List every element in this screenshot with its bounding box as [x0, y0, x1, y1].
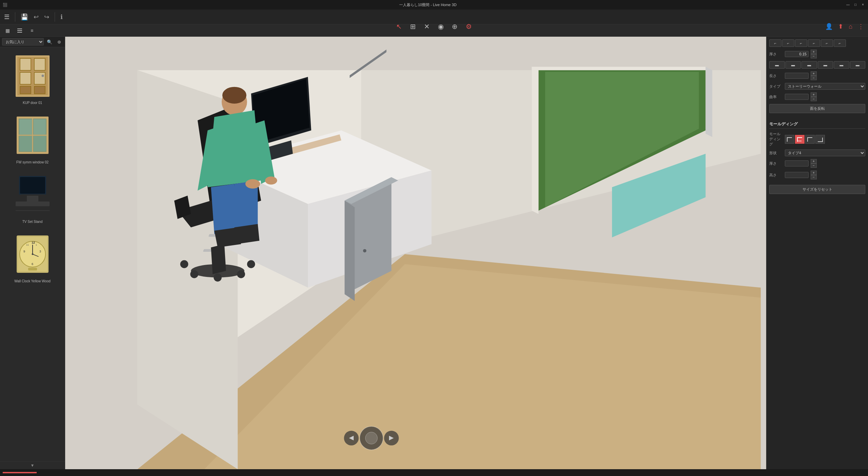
svg-rect-7 [20, 72, 31, 84]
select-tool-btn[interactable]: ↖ [396, 22, 402, 31]
thickness-icon-2[interactable]: ▬ [786, 61, 801, 69]
svg-rect-8 [34, 72, 45, 84]
curve-label: 曲率 [769, 94, 783, 100]
scroll-down-btn[interactable]: ▼ [0, 461, 65, 469]
thickness-icons: ▬ ▬ ▬ ▬ ▬ ▬ [769, 61, 865, 69]
svg-point-70 [190, 270, 198, 278]
svg-point-87 [344, 431, 358, 445]
floor-plan-btn[interactable]: ▦ [3, 26, 12, 35]
curve-input[interactable] [785, 94, 809, 100]
svg-text:11: 11 [26, 244, 29, 246]
shape-row: 形状 タイプ4 [769, 149, 865, 156]
height2-decrement[interactable]: − [811, 163, 817, 168]
viewport-3d[interactable]: ◀ ▶ [65, 37, 766, 469]
camera-tool-btn[interactable]: ⊕ [452, 22, 458, 31]
thickness-decrement[interactable]: − [811, 54, 817, 58]
svg-marker-40 [137, 254, 761, 469]
svg-marker-43 [362, 70, 761, 254]
thickness-icon-1[interactable]: ▬ [769, 61, 785, 69]
item-fw-window[interactable]: FW symm window 02 [3, 109, 62, 166]
info-btn[interactable]: ℹ [60, 13, 63, 21]
wall-shape-4[interactable]: ⌐ [808, 39, 820, 47]
svg-marker-79 [198, 127, 218, 191]
svg-marker-84 [234, 224, 259, 244]
moulding-btn-4[interactable] [815, 135, 825, 144]
item-kup-door[interactable]: KUP door 01 [3, 50, 62, 107]
svg-marker-49 [532, 67, 706, 70]
fire-icon[interactable]: ⚙ [466, 22, 472, 31]
svg-rect-18 [19, 136, 32, 151]
thickness-label: 厚さ [769, 52, 783, 57]
svg-point-73 [247, 260, 255, 268]
dimensions-tool-btn[interactable]: ✕ [424, 22, 430, 31]
svg-marker-67 [174, 196, 191, 219]
height3-row: 高さ + − [769, 171, 865, 179]
svg-marker-83 [214, 227, 241, 247]
door-label: KUP door 01 [23, 101, 42, 105]
height3-input[interactable] [785, 172, 809, 178]
moulding-btn-1[interactable] [785, 135, 794, 144]
moulding-icons-row: モールディング [769, 131, 865, 147]
svg-marker-44 [137, 70, 238, 469]
svg-point-76 [222, 89, 247, 116]
wall-shape-2[interactable]: ⌐ [782, 39, 794, 47]
length-increment[interactable]: + [811, 71, 817, 76]
wall-shape-1[interactable]: ⌐ [769, 39, 781, 47]
catalog-btn[interactable] [15, 26, 24, 35]
svg-text:◀: ◀ [349, 434, 354, 441]
svg-rect-56 [203, 249, 214, 252]
save-icon[interactable]: 💾 [21, 13, 28, 21]
item-clock[interactable]: 12 9 3 6 11 1 Wall Clock Yellow Wood [3, 228, 62, 285]
shape-select[interactable]: タイプ4 [785, 149, 865, 156]
height2-input[interactable] [785, 160, 809, 166]
moulding-btn-3[interactable] [805, 135, 815, 144]
curve-row: 曲率 + − [769, 92, 865, 101]
maximize-btn[interactable]: □ [853, 2, 858, 7]
length-input[interactable] [785, 73, 809, 79]
curve-increment[interactable]: + [811, 92, 817, 97]
wall-shape-5[interactable]: ⌐ [821, 39, 833, 47]
height3-increment[interactable]: + [811, 171, 817, 175]
svg-marker-66 [178, 191, 258, 227]
flip-btn[interactable]: 面を反転 [769, 104, 865, 113]
svg-marker-78 [208, 110, 261, 187]
length-stepper: + − [811, 71, 817, 80]
thickness-input[interactable] [785, 51, 809, 57]
reset-size-btn[interactable]: サイズをリセット [769, 185, 865, 194]
filter-btn[interactable]: ⊛ [55, 38, 63, 46]
svg-rect-0 [17, 29, 22, 29]
right-panel-content: ⌐ ⌐ ⌐ ⌐ ⌐ ⌐ 厚さ + − ▬ ▬ ▬ ▬ ▬ ▬ [767, 37, 868, 469]
height3-decrement[interactable]: − [811, 175, 817, 179]
curve-stepper: + − [811, 92, 817, 101]
height2-increment[interactable]: + [811, 159, 817, 163]
wall-shape-3[interactable]: ⌐ [795, 39, 807, 47]
thickness-increment[interactable]: + [811, 50, 817, 54]
more-btn[interactable]: ⋮ [858, 23, 864, 30]
view-tool-btn[interactable]: ◉ [438, 22, 444, 31]
category-dropdown[interactable]: お気に入り 全て 家具 電化製品 [2, 38, 44, 46]
menu-icon[interactable]: ☰ [4, 13, 10, 21]
curve-decrement[interactable]: − [811, 97, 817, 101]
moulding-btn-2[interactable] [795, 135, 805, 144]
length-decrement[interactable]: − [811, 76, 817, 80]
minimize-btn[interactable]: — [846, 2, 850, 7]
thickness-icon-6[interactable]: ▬ [850, 61, 866, 69]
person-btn[interactable]: 👤 [825, 23, 833, 30]
close-btn[interactable]: × [861, 2, 865, 7]
svg-rect-10 [34, 86, 45, 94]
search-btn[interactable]: 🔍 [46, 38, 53, 46]
home-btn[interactable]: ⌂ [849, 23, 852, 30]
redo-btn[interactable]: ↪ [44, 13, 49, 21]
thickness-icon-5[interactable]: ▬ [834, 61, 849, 69]
item-tv-stand[interactable]: TV Set Stand [3, 169, 62, 226]
list-view-btn[interactable]: ≡ [27, 26, 37, 35]
thickness-icon-4[interactable]: ▬ [818, 61, 833, 69]
type-select[interactable]: ストーリーウォール [785, 83, 865, 90]
thickness-icon-3[interactable]: ▬ [801, 61, 817, 69]
objects-tool-btn[interactable]: ⊞ [410, 22, 416, 31]
svg-marker-57 [345, 177, 391, 295]
share-btn[interactable]: ⬆ [838, 23, 843, 30]
svg-point-90 [365, 432, 377, 444]
wall-shape-6[interactable]: ⌐ [834, 39, 846, 47]
undo-btn[interactable]: ↩ [34, 13, 39, 21]
